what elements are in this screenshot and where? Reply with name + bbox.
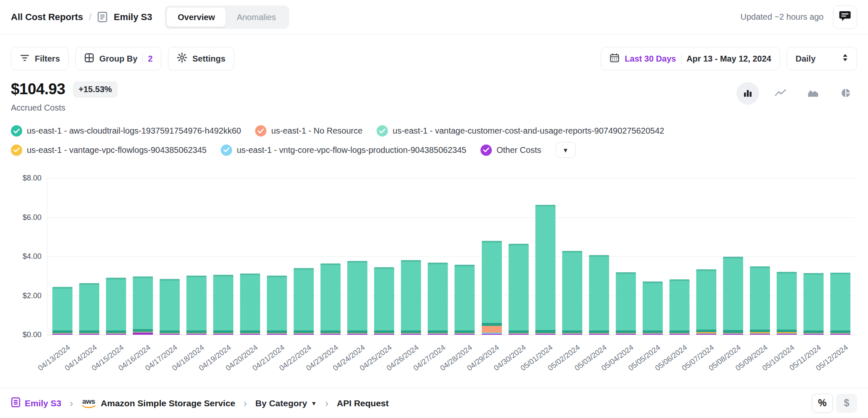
legend-item-label: Other Costs (496, 145, 541, 155)
footer-service-label: Amazon Simple Storage Service (101, 398, 235, 408)
chart-bar[interactable] (643, 281, 663, 335)
tab-anomalies[interactable]: Anomalies (226, 8, 287, 27)
chart-bar[interactable] (320, 263, 341, 335)
legend-item-other[interactable]: Other Costs (480, 144, 541, 156)
chart-bar[interactable] (267, 276, 287, 335)
bar-segment-other (267, 334, 287, 335)
chart-bar-cell: 04/27/2024 (428, 178, 448, 335)
summary-section: $104.93 +15.53% Accrued Costs (0, 70, 868, 113)
chart-bar[interactable] (455, 265, 475, 335)
chart-bar[interactable] (589, 255, 609, 335)
pie-chart-type-button[interactable] (834, 82, 857, 105)
chart-bar[interactable] (374, 267, 394, 335)
group-by-button[interactable]: Group By 2 (75, 47, 161, 70)
chart-bar[interactable] (723, 257, 743, 335)
divider (142, 53, 143, 64)
legend-more-button[interactable]: ▼ (555, 142, 576, 158)
chart-bar[interactable] (79, 283, 99, 335)
chart-bar-cell: 04/25/2024 (374, 178, 394, 335)
dollar-toggle-button[interactable]: $ (836, 394, 857, 413)
chart-bar[interactable] (830, 273, 850, 335)
chart-bar[interactable] (133, 276, 153, 335)
bar-segment-cloudtrail (830, 273, 850, 330)
chart-bar-cell: 04/19/2024 (213, 178, 233, 335)
chart-bar[interactable] (482, 241, 502, 335)
line-chart-type-button[interactable] (769, 82, 792, 105)
chart-bar-cell: 05/02/2024 (562, 178, 582, 335)
chart-bar[interactable] (347, 261, 367, 335)
chart-bar[interactable] (240, 274, 260, 335)
chart-bar[interactable] (696, 269, 716, 335)
chart-bar[interactable] (294, 268, 314, 335)
granularity-value: Daily (796, 54, 816, 64)
footer-grouping-dropdown[interactable]: By Category ▼ (256, 398, 317, 408)
bar-segment-other (750, 334, 770, 335)
bar-segment-other (240, 334, 260, 335)
filters-label: Filters (35, 54, 60, 64)
bar-segment-other (643, 334, 663, 335)
chart-bar-cell: 04/14/2024 (79, 178, 99, 335)
settings-button[interactable]: Settings (168, 47, 234, 70)
check-circle-icon (11, 125, 22, 137)
chart-bar-cell: 05/10/2024 (777, 178, 797, 335)
bar-segment-cloudtrail (160, 279, 180, 330)
tab-overview[interactable]: Overview (167, 8, 226, 27)
percent-toggle-button[interactable]: % (812, 394, 833, 413)
chart-bar-cell: 04/17/2024 (160, 178, 180, 335)
filters-button[interactable]: Filters (11, 47, 69, 70)
date-range-label: Apr 13 - May 12, 2024 (687, 54, 771, 64)
comments-button[interactable] (833, 5, 857, 29)
granularity-select[interactable]: Daily (787, 47, 857, 70)
bar-segment-other (616, 334, 636, 335)
legend-item-reports[interactable]: us-east-1 - vantage-customer-cost-and-us… (377, 125, 664, 137)
chart-bar-cell: 04/23/2024 (320, 178, 341, 335)
bar-segment-cloudtrail (320, 263, 341, 330)
chart-bar[interactable] (213, 275, 233, 335)
bar-segment-other (455, 334, 475, 335)
total-cost-label: Accrued Costs (11, 103, 118, 113)
legend-item-label: us-east-1 - vantage-customer-cost-and-us… (393, 126, 664, 136)
y-axis-label: $6.00 (23, 213, 41, 222)
footer-grouping-label: By Category (256, 398, 307, 408)
bar-segment-other (509, 334, 529, 335)
chart-bar[interactable] (616, 272, 636, 335)
bar-segment-other (52, 334, 72, 335)
chart-bar-cell: 04/15/2024 (106, 178, 126, 335)
chart-bar[interactable] (750, 266, 770, 335)
chevron-down-icon: ▼ (311, 400, 317, 407)
legend-item-flowlogs[interactable]: us-east-1 - vantage-vpc-flowlogs-9043850… (11, 144, 207, 156)
legend-item-cloudtrail[interactable]: us-east-1 - aws-cloudtrail-logs-19375917… (11, 125, 241, 137)
chart-bar[interactable] (777, 272, 797, 335)
bar-segment-other (133, 333, 153, 335)
chart-bar[interactable] (401, 260, 421, 335)
legend-item-vntg[interactable]: us-east-1 - vntg-core-vpc-flow-logs-prod… (221, 144, 466, 156)
aws-logo-icon: aws (82, 398, 96, 409)
chart-bar[interactable] (535, 205, 555, 335)
date-range-button[interactable]: Last 30 Days Apr 13 - May 12, 2024 (601, 47, 780, 70)
footer-category-label: API Request (337, 398, 389, 408)
chart-bar[interactable] (803, 273, 824, 335)
chart-bar[interactable] (106, 278, 126, 335)
drilldown-breadcrumb: Emily S3 › aws Amazon Simple Storage Ser… (11, 397, 389, 410)
report-title: Emily S3 (114, 12, 152, 23)
chart-bar[interactable] (428, 263, 448, 335)
bar-segment-other (401, 334, 421, 335)
bar-segment-cloudtrail (562, 251, 582, 330)
top-header: All Cost Reports / Emily S3 Overview Ano… (0, 0, 868, 34)
bar-segment-other (723, 334, 743, 335)
chart-bar[interactable] (562, 251, 582, 335)
footer-report-link[interactable]: Emily S3 (11, 397, 62, 410)
bar-chart-type-button[interactable] (736, 82, 759, 105)
breadcrumb-root-link[interactable]: All Cost Reports (11, 12, 83, 23)
plot-area: $0.00$2.00$4.00$6.00$8.0004/13/202404/14… (47, 178, 855, 335)
bar-segment-cloudtrail (535, 205, 555, 330)
legend-item-no_resource[interactable]: us-east-1 - No Resource (255, 125, 362, 137)
chart-bar[interactable] (669, 279, 690, 335)
chart-bar[interactable] (160, 279, 180, 335)
chart-bar[interactable] (509, 244, 529, 335)
chart-bar[interactable] (186, 276, 207, 335)
area-chart-type-button[interactable] (802, 82, 824, 105)
chart-bar-cell: 05/07/2024 (696, 178, 716, 335)
chart-bar[interactable] (52, 287, 72, 335)
chart-bar-cell: 05/04/2024 (616, 178, 636, 335)
